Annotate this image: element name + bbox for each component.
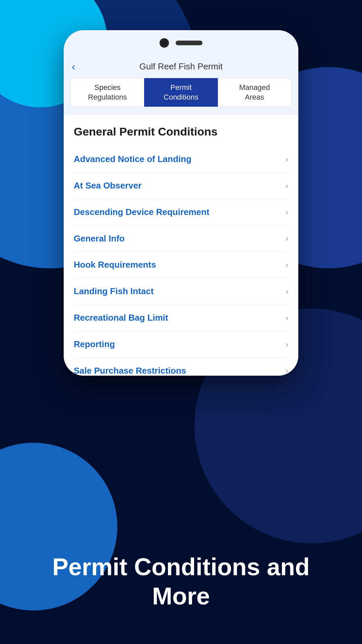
list-item-general-info[interactable]: General Info› bbox=[74, 226, 288, 252]
list-item-label-hook-requirements: Hook Requirements bbox=[74, 259, 282, 271]
list-item-label-general-info: General Info bbox=[74, 233, 282, 245]
chevron-icon-advanced-notice: › bbox=[286, 155, 288, 164]
chevron-icon-descending-device: › bbox=[286, 208, 288, 217]
chevron-icon-at-sea-observer: › bbox=[286, 181, 288, 191]
list-item-advanced-notice[interactable]: Advanced Notice of Landing› bbox=[74, 146, 288, 173]
list-item-label-sale-purchase-restrictions: Sale Purchase Restrictions bbox=[74, 365, 282, 376]
list-item-label-reporting: Reporting bbox=[74, 339, 282, 350]
main-content-area: General Permit Conditions Advanced Notic… bbox=[64, 115, 298, 376]
tab-species-regulations[interactable]: Species Regulations bbox=[71, 78, 144, 107]
page-title: Gulf Reef Fish Permit bbox=[139, 61, 223, 72]
chevron-icon-hook-requirements: › bbox=[286, 260, 288, 270]
speaker-icon bbox=[176, 41, 202, 45]
list-item-label-at-sea-observer: At Sea Observer bbox=[74, 180, 282, 192]
list-item-label-recreational-bag-limit: Recreational Bag Limit bbox=[74, 312, 282, 324]
permit-conditions-list: Advanced Notice of Landing›At Sea Observ… bbox=[74, 146, 288, 376]
app-header: ‹ Gulf Reef Fish Permit bbox=[64, 55, 298, 78]
tab-permit-conditions[interactable]: Permit Conditions bbox=[144, 78, 218, 107]
list-item-recreational-bag-limit[interactable]: Recreational Bag Limit› bbox=[74, 305, 288, 331]
list-item-reporting[interactable]: Reporting› bbox=[74, 331, 288, 358]
bottom-tagline: Permit Conditions and More bbox=[0, 552, 362, 610]
back-button[interactable]: ‹ bbox=[72, 60, 75, 73]
tab-bar: Species Regulations Permit Conditions Ma… bbox=[70, 78, 292, 107]
phone-screen: ‹ Gulf Reef Fish Permit Species Regulati… bbox=[64, 30, 298, 376]
chevron-icon-landing-fish-intact: › bbox=[286, 287, 288, 296]
camera-icon bbox=[160, 38, 169, 48]
list-item-at-sea-observer[interactable]: At Sea Observer› bbox=[74, 173, 288, 199]
list-item-label-landing-fish-intact: Landing Fish Intact bbox=[74, 286, 282, 297]
phone-frame: ‹ Gulf Reef Fish Permit Species Regulati… bbox=[64, 30, 298, 376]
list-item-sale-purchase-restrictions[interactable]: Sale Purchase Restrictions› bbox=[74, 358, 288, 376]
list-item-descending-device[interactable]: Descending Device Requirement› bbox=[74, 199, 288, 226]
chevron-icon-reporting: › bbox=[286, 340, 288, 349]
tab-managed-areas[interactable]: Managed Areas bbox=[218, 78, 291, 107]
chevron-icon-sale-purchase-restrictions: › bbox=[286, 366, 288, 375]
chevron-icon-recreational-bag-limit: › bbox=[286, 313, 288, 323]
chevron-icon-general-info: › bbox=[286, 234, 288, 243]
list-item-landing-fish-intact[interactable]: Landing Fish Intact› bbox=[74, 278, 288, 305]
phone-notch bbox=[64, 30, 298, 55]
list-item-label-descending-device: Descending Device Requirement bbox=[74, 207, 282, 218]
app-content: ‹ Gulf Reef Fish Permit Species Regulati… bbox=[64, 55, 298, 376]
list-item-hook-requirements[interactable]: Hook Requirements› bbox=[74, 252, 288, 278]
list-item-label-advanced-notice: Advanced Notice of Landing bbox=[74, 154, 282, 165]
section-heading: General Permit Conditions bbox=[74, 125, 288, 138]
